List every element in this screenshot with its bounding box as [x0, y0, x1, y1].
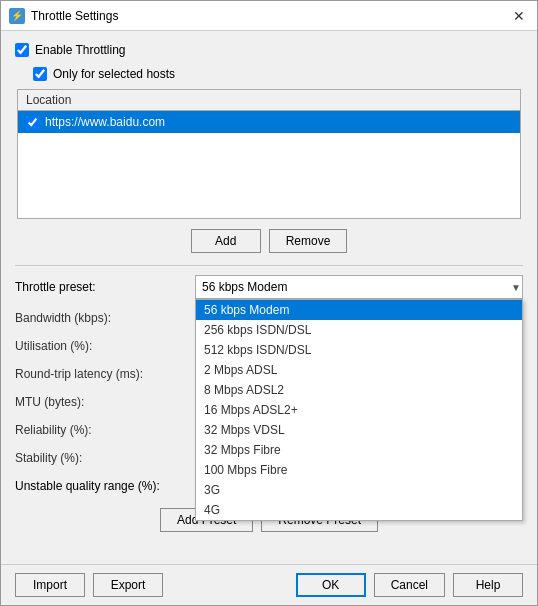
preset-selected-value: 56 kbps Modem — [202, 280, 287, 294]
dropdown-item-10[interactable]: 4G — [196, 500, 522, 520]
reliability-label: Reliability (%): — [15, 423, 195, 437]
cancel-button[interactable]: Cancel — [374, 573, 445, 597]
help-button[interactable]: Help — [453, 573, 523, 597]
dropdown-item-3[interactable]: 2 Mbps ADSL — [196, 360, 522, 380]
utilisation-label: Utilisation (%): — [15, 339, 195, 353]
bottom-left-buttons: Import Export — [15, 573, 163, 597]
hosts-table-header: Location — [18, 90, 520, 111]
dropdown-item-2[interactable]: 512 kbps ISDN/DSL — [196, 340, 522, 360]
throttle-settings-dialog: ⚡ Throttle Settings ✕ Enable Throttling … — [0, 0, 538, 606]
unstable-label: Unstable quality range (%): — [15, 479, 195, 493]
preset-row: Throttle preset: 56 kbps Modem ▼ 56 kbps… — [15, 274, 523, 300]
dropdown-item-1[interactable]: 256 kbps ISDN/DSL — [196, 320, 522, 340]
host-item[interactable]: https://www.baidu.com — [18, 111, 520, 133]
preset-select-wrapper: 56 kbps Modem ▼ 56 kbps Modem 256 kbps I… — [195, 275, 523, 299]
hosts-button-row: Add Remove — [15, 225, 523, 257]
enable-throttling-label: Enable Throttling — [35, 43, 126, 57]
only-selected-hosts-checkbox[interactable] — [33, 67, 47, 81]
throttle-icon: ⚡ — [9, 8, 25, 24]
host-checkbox[interactable] — [26, 116, 39, 129]
hosts-table: Location https://www.baidu.com — [17, 89, 521, 219]
bottom-bar: Import Export OK Cancel Help — [1, 564, 537, 605]
remove-button[interactable]: Remove — [269, 229, 348, 253]
section-divider — [15, 265, 523, 266]
export-button[interactable]: Export — [93, 573, 163, 597]
throttle-form-section: Throttle preset: 56 kbps Modem ▼ 56 kbps… — [15, 274, 523, 498]
hosts-content[interactable]: https://www.baidu.com — [18, 111, 520, 218]
dropdown-item-7[interactable]: 32 Mbps Fibre — [196, 440, 522, 460]
dropdown-item-4[interactable]: 8 Mbps ADSL2 — [196, 380, 522, 400]
title-bar-left: ⚡ Throttle Settings — [9, 8, 118, 24]
dropdown-item-8[interactable]: 100 Mbps Fibre — [196, 460, 522, 480]
dropdown-item-9[interactable]: 3G — [196, 480, 522, 500]
bottom-right-buttons: OK Cancel Help — [296, 573, 523, 597]
enable-throttling-row: Enable Throttling — [15, 41, 523, 59]
only-selected-hosts-row: Only for selected hosts — [15, 65, 523, 83]
dropdown-item-5[interactable]: 16 Mbps ADSL2+ — [196, 400, 522, 420]
preset-dropdown-list[interactable]: 56 kbps Modem 256 kbps ISDN/DSL 512 kbps… — [195, 299, 523, 521]
stability-label: Stability (%): — [15, 451, 195, 465]
enable-throttling-checkbox[interactable] — [15, 43, 29, 57]
mtu-label: MTU (bytes): — [15, 395, 195, 409]
title-bar: ⚡ Throttle Settings ✕ — [1, 1, 537, 31]
ok-button[interactable]: OK — [296, 573, 366, 597]
dialog-content: Enable Throttling Only for selected host… — [1, 31, 537, 564]
close-button[interactable]: ✕ — [509, 6, 529, 26]
host-url: https://www.baidu.com — [45, 115, 165, 129]
dropdown-item-6[interactable]: 32 Mbps VDSL — [196, 420, 522, 440]
preset-select-display[interactable]: 56 kbps Modem — [195, 275, 523, 299]
only-selected-hosts-label: Only for selected hosts — [53, 67, 175, 81]
roundtrip-label: Round-trip latency (ms): — [15, 367, 195, 381]
bandwidth-label: Bandwidth (kbps): — [15, 311, 195, 325]
import-button[interactable]: Import — [15, 573, 85, 597]
add-button[interactable]: Add — [191, 229, 261, 253]
preset-label: Throttle preset: — [15, 280, 195, 294]
dropdown-item-0[interactable]: 56 kbps Modem — [196, 300, 522, 320]
dialog-title: Throttle Settings — [31, 9, 118, 23]
